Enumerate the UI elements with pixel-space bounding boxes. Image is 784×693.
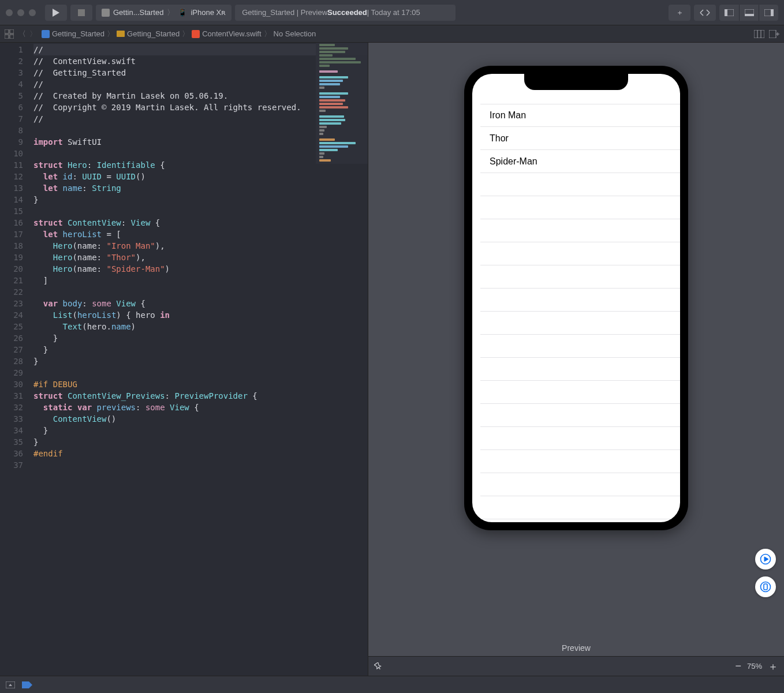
jump-bar: 〈 〉 Getting_Started 〉 Getting_Started 〉 … (0, 25, 784, 43)
code-line[interactable]: } (33, 355, 368, 367)
svg-rect-5 (745, 14, 754, 16)
preview-label: Preview (368, 638, 784, 656)
window-controls (6, 9, 36, 16)
scheme-selector[interactable]: Gettin...Started 〉 📱 iPhone Xʀ (96, 5, 232, 21)
list-item-empty (480, 358, 680, 381)
preview-bottom-bar: − 75% ＋ (368, 656, 784, 676)
scheme-device: iPhone Xʀ (191, 8, 226, 17)
list-item-empty (480, 289, 680, 312)
svg-rect-7 (771, 9, 774, 16)
breadcrumb[interactable]: Getting_Started 〉 Getting_Started 〉 Cont… (42, 29, 316, 39)
list-item-empty (480, 335, 680, 358)
list-item-empty (480, 381, 680, 404)
code-line[interactable]: let heroList = [ (33, 228, 368, 240)
right-panel-toggle[interactable] (759, 5, 778, 21)
code-line[interactable]: Hero(name: "Iron Man"), (33, 240, 368, 252)
svg-marker-23 (9, 684, 12, 686)
code-line[interactable]: } (33, 344, 368, 355)
chevron-right-icon: 〉 (167, 8, 174, 18)
nav-back-button[interactable]: 〈 (18, 29, 26, 39)
code-line[interactable]: #if DEBUG (33, 379, 368, 390)
code-line[interactable]: struct ContentView: View { (33, 217, 368, 228)
list-item-empty (480, 196, 680, 219)
code-line[interactable]: } (33, 436, 368, 448)
code-line[interactable] (33, 459, 368, 471)
pin-icon[interactable] (374, 662, 382, 670)
chevron-right-icon: 〉 (107, 29, 114, 39)
app-icon (102, 9, 110, 17)
code-line[interactable]: #endif (33, 448, 368, 459)
code-line[interactable]: var body: some View { (33, 298, 368, 309)
preview-list: Iron ManThorSpider-Man (472, 74, 680, 522)
code-line[interactable] (33, 205, 368, 217)
preview-play-button[interactable] (755, 549, 776, 570)
code-line[interactable]: } (33, 425, 368, 436)
list-item-empty (480, 450, 680, 473)
crumb-file[interactable]: ContentView.swift (202, 29, 261, 38)
code-line[interactable]: ContentView() (33, 413, 368, 425)
preview-canvas[interactable]: Iron ManThorSpider-Man (368, 43, 784, 638)
panel-toggle-group (719, 5, 778, 21)
traffic-close[interactable] (6, 9, 13, 16)
traffic-minimize[interactable] (17, 9, 24, 16)
code-line[interactable] (33, 286, 368, 298)
svg-point-20 (761, 582, 771, 592)
crumb-selection[interactable]: No Selection (274, 29, 316, 38)
code-line[interactable]: let name: String (33, 182, 368, 194)
list-item-empty (480, 519, 680, 522)
left-panel-toggle[interactable] (719, 5, 739, 21)
zoom-out-button[interactable]: − (735, 660, 741, 672)
list-item-empty (480, 496, 680, 519)
preview-panel: Iron ManThorSpider-Man Preview − 75% ＋ (368, 43, 784, 676)
line-gutter: 1234567891011121314151617181920212223242… (0, 43, 30, 676)
code-line[interactable]: Hero(name: "Thor"), (33, 252, 368, 263)
svg-rect-3 (725, 9, 727, 16)
debug-drawer-icon[interactable] (6, 681, 15, 688)
code-line[interactable]: static var previews: some View { (33, 402, 368, 413)
bottom-panel-toggle[interactable] (739, 5, 759, 21)
crumb-project[interactable]: Getting_Started (52, 29, 104, 38)
code-editor[interactable]: 1234567891011121314151617181920212223242… (0, 43, 368, 676)
debug-bar (0, 676, 784, 693)
folder-icon (117, 31, 125, 37)
code-line[interactable]: List(heroList) { hero in (33, 309, 368, 321)
code-line[interactable]: } (33, 194, 368, 205)
code-line[interactable]: Text(hero.name) (33, 321, 368, 332)
list-item-empty (480, 427, 680, 450)
list-item: Iron Man (480, 104, 680, 127)
project-icon (42, 30, 50, 38)
stop-button[interactable] (70, 5, 92, 21)
svg-rect-10 (5, 35, 9, 39)
swift-file-icon (192, 30, 200, 38)
chevron-right-icon: 〉 (264, 29, 271, 39)
toolbar: Gettin...Started 〉 📱 iPhone Xʀ Getting_S… (0, 0, 784, 25)
code-line[interactable]: Hero(name: "Spider-Man") (33, 263, 368, 275)
nav-forward-button[interactable]: 〉 (29, 29, 37, 39)
zoom-in-button[interactable]: ＋ (768, 660, 778, 673)
code-line[interactable]: let id: UUID = UUID() (33, 171, 368, 182)
filter-tag-icon[interactable] (22, 681, 32, 688)
preview-device-button[interactable] (755, 576, 776, 597)
list-item-empty (480, 219, 680, 242)
add-button[interactable]: ＋ (669, 5, 690, 21)
traffic-zoom[interactable] (29, 9, 36, 16)
related-items-icon[interactable] (5, 29, 14, 39)
code-line[interactable]: ] (33, 275, 368, 286)
editor-layout-icon[interactable] (754, 30, 764, 38)
device-screen: Iron ManThorSpider-Man (472, 74, 680, 522)
code-line[interactable]: struct ContentView_Previews: PreviewProv… (33, 390, 368, 402)
minimap[interactable] (316, 43, 368, 164)
add-editor-icon[interactable] (769, 30, 779, 38)
svg-rect-1 (78, 9, 85, 16)
list-item-empty (480, 173, 680, 196)
list-item-empty (480, 404, 680, 427)
status-text-prefix: Getting_Started | Preview (242, 8, 327, 17)
svg-rect-21 (764, 584, 767, 590)
code-line[interactable]: } (33, 332, 368, 344)
run-button[interactable] (45, 5, 67, 21)
list-item: Thor (480, 127, 680, 150)
version-editor-button[interactable] (694, 5, 716, 21)
svg-rect-9 (10, 29, 14, 33)
crumb-folder[interactable]: Getting_Started (127, 29, 180, 38)
code-line[interactable] (33, 367, 368, 379)
